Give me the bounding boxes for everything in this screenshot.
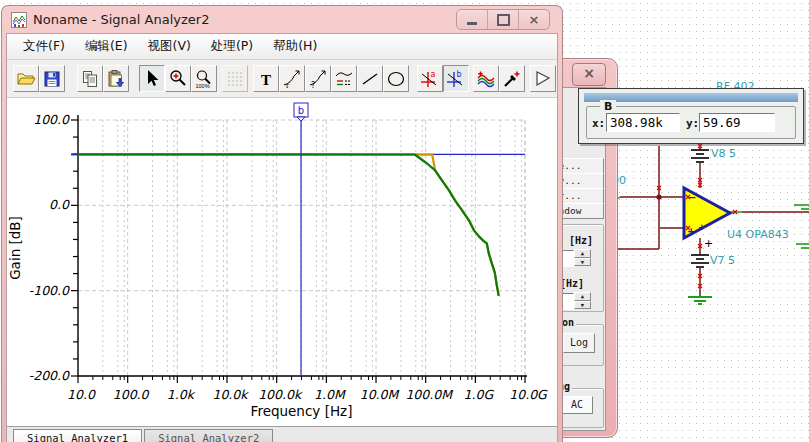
minimize-icon (467, 22, 477, 25)
opamp-plus-sign-2: + (698, 222, 706, 232)
cursor-x-value-field[interactable]: 308.98k (606, 113, 680, 132)
legend-icon (334, 69, 354, 89)
component-label: V8 5 (711, 147, 736, 160)
restore-button[interactable] (487, 10, 518, 29)
svg-text:-200.0: -200.0 (29, 368, 70, 383)
copy-icon (80, 69, 100, 89)
zoom-100-button[interactable]: 100% (191, 65, 217, 92)
menu-item-5[interactable]: 帮助(H) (263, 35, 327, 58)
svg-text:100.0k: 100.0k (258, 387, 303, 402)
menu-item-1[interactable]: 文件(F) (13, 35, 75, 58)
signal-analyzer-window: Noname - Signal Analyzer2 × 文件(F)编辑(E)视图… (1, 5, 563, 442)
paste-button[interactable] (103, 65, 129, 92)
svg-text:b: b (298, 105, 304, 116)
stop-frequency-spinner[interactable]: ▲ ▼ (574, 292, 591, 309)
svg-text:1.0M: 1.0M (314, 387, 346, 402)
battery-v7 (691, 255, 709, 267)
svg-text:100.0M: 100.0M (405, 387, 453, 402)
text-icon: T (256, 69, 276, 89)
angle-icon (533, 69, 553, 89)
line-icon (360, 69, 380, 89)
close-button[interactable]: × (518, 10, 549, 29)
svg-text:T: T (285, 82, 290, 89)
spinner-down-icon[interactable]: ▼ (574, 301, 591, 310)
toolbar: 100%TT?ab (7, 60, 557, 98)
battery-v8 (691, 150, 709, 162)
window-title: Noname - Signal Analyzer2 (33, 12, 456, 27)
cursor-x-label: x: (592, 117, 605, 130)
start-frequency-spinner[interactable]: ▲ ▼ (574, 249, 591, 266)
open-button[interactable] (13, 65, 39, 92)
svg-text:a: a (431, 70, 436, 79)
paste-icon (106, 69, 126, 89)
tab-signal-analyzer-1[interactable]: Signal Analyzer1 (13, 429, 142, 442)
svg-text:b: b (457, 70, 462, 79)
spinner-down-icon[interactable]: ▼ (574, 258, 591, 267)
grid-button (222, 65, 248, 92)
pointer-button[interactable] (139, 65, 165, 92)
annotate-curve-button[interactable]: T (279, 65, 305, 92)
menu-item-4[interactable]: 处理(P) (201, 35, 263, 58)
grid-icon (225, 69, 245, 89)
cursor-y-value-field[interactable]: 59.69 (699, 113, 775, 132)
copy-button[interactable] (77, 65, 103, 92)
window-client-area: 文件(F)编辑(E)视图(V)处理(P)帮助(H) 100%TT?ab 100.… (6, 33, 558, 442)
legend-button[interactable] (331, 65, 357, 92)
cursor-b-groupbox: B x: 308.98k y: 59.69 (586, 106, 796, 139)
line-button[interactable] (357, 65, 383, 92)
curves-icon (476, 69, 496, 89)
folder-open-icon (16, 69, 36, 89)
minimize-button[interactable] (457, 10, 487, 29)
titlebar[interactable]: Noname - Signal Analyzer2 × (2, 6, 562, 33)
cursor-b-icon: b (446, 69, 466, 89)
wire-junction-dot (656, 194, 661, 199)
ellipse-button[interactable] (383, 65, 409, 92)
svg-text:Frequency [Hz]: Frequency [Hz] (251, 403, 353, 419)
hz-label-1: [Hz] (567, 235, 595, 246)
menu-item-2[interactable]: 编辑(E) (75, 35, 138, 58)
cursor-a-icon: a (420, 69, 440, 89)
spinner-up-icon[interactable]: ▲ (574, 249, 591, 258)
svg-text:-100.0: -100.0 (29, 283, 70, 298)
ac-mode-button[interactable]: AC (561, 396, 593, 414)
cursor-readout-window[interactable]: B x: 308.98k y: 59.69 (578, 88, 804, 144)
cursor-b-button[interactable]: b (443, 65, 469, 92)
svg-text:?: ? (311, 81, 315, 89)
gain-plot-svg: 100.00.0-100.0-200.010.0100.01.0k10.0k10… (7, 98, 558, 426)
svg-text:100.0: 100.0 (33, 112, 70, 127)
svg-text:10.0: 10.0 (67, 387, 96, 402)
ground-symbol (688, 297, 712, 304)
log-scale-button[interactable]: Log (563, 333, 595, 353)
svg-text:100.0: 100.0 (113, 387, 150, 402)
text-button[interactable]: T (253, 65, 279, 92)
signal-chart-icon (11, 12, 27, 28)
v7-plus-sign: + (704, 237, 713, 250)
svg-text:T: T (261, 71, 271, 87)
menu-item-3[interactable]: 视图(V) (138, 35, 201, 58)
probe-icon (502, 69, 522, 89)
angle-button[interactable] (530, 65, 556, 92)
curves-button[interactable] (473, 65, 499, 92)
zoom-in-button[interactable] (165, 65, 191, 92)
cursor-a-button[interactable]: a (417, 65, 443, 92)
svg-text:10.0k: 10.0k (212, 387, 249, 402)
restore-icon (497, 14, 510, 26)
save-button[interactable] (39, 65, 65, 92)
close-icon: × (529, 13, 540, 26)
cursor-y-label: y: (686, 117, 699, 130)
zoom-100-icon: 100% (194, 69, 214, 89)
component-label: U4 OPA843 (727, 228, 789, 241)
svg-text:100%: 100% (196, 83, 210, 89)
spinner-up-icon[interactable]: ▲ (574, 292, 591, 301)
probe-button[interactable] (499, 65, 525, 92)
panel-close-button[interactable]: × (572, 63, 606, 86)
bode-plot-area[interactable]: 100.00.0-100.0-200.010.0100.01.0k10.0k10… (7, 98, 557, 426)
ellipse-icon (386, 69, 406, 89)
cursor-b-group-caption: B (600, 100, 616, 113)
query-curve-button[interactable]: ? (305, 65, 331, 92)
tab-signal-analyzer-2[interactable]: Signal Analyzer2 (144, 429, 273, 442)
menu-bar: 文件(F)编辑(E)视图(V)处理(P)帮助(H) (7, 34, 557, 60)
svg-text:Gain [dB]: Gain [dB] (7, 216, 23, 280)
curve-query-icon: ? (308, 69, 328, 89)
pointer-icon (142, 69, 162, 89)
